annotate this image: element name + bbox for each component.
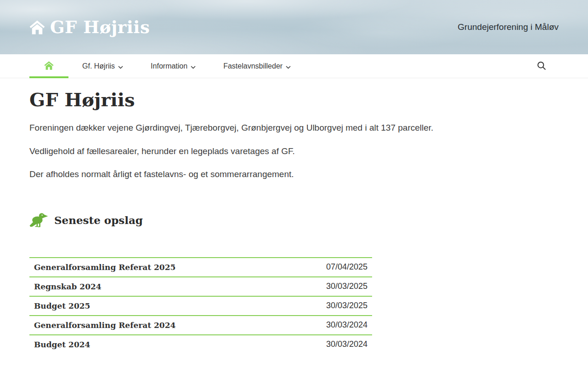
site-tagline: Grundejerforening i Måløv [458,22,559,32]
chevron-down-icon [118,63,123,71]
crow-icon [29,212,48,228]
post-date: 30/03/2025 [326,282,372,291]
post-title: Regnskab 2024 [29,282,102,291]
post-date: 30/03/2024 [326,339,372,349]
nav-item-label: Information [151,62,187,70]
post-row[interactable]: Generalforsamling Referat 2024 30/03/202… [29,315,372,334]
post-title: Generalforsamling Referat 2024 [29,321,175,330]
intro-paragraph: Foreningen dækker vejene Gjørdingvej, Tj… [29,121,559,134]
post-date: 30/03/2025 [326,301,372,310]
house-icon [44,61,54,72]
nav-item-home[interactable] [29,54,68,78]
house-icon [29,20,45,34]
chevron-down-icon [286,63,291,71]
page-title: GF Højriis [29,89,559,110]
search-button[interactable] [531,54,552,78]
main-content: GF Højriis Foreningen dækker vejene Gjør… [0,89,588,354]
nav-item-label: Fastelavnsbilleder [223,62,283,70]
post-date: 30/03/2024 [326,320,372,330]
post-row[interactable]: Budget 2024 30/03/2024 [29,334,372,354]
post-row[interactable]: Budget 2025 30/03/2025 [29,296,372,315]
latest-posts-table: Generalforsamling Referat 2025 07/04/202… [29,257,372,354]
nav-item-label: Gf. Højriis [82,62,115,70]
intro-paragraph: Der afholdes normalt årligt et fastelavn… [29,168,559,181]
post-title: Budget 2024 [29,340,90,349]
chevron-down-icon [191,63,196,71]
nav-item-gf-hojriis[interactable]: Gf. Højriis [68,54,137,78]
post-date: 07/04/2025 [326,262,372,272]
post-title: Budget 2025 [29,301,90,310]
post-row[interactable]: Regnskab 2024 30/03/2025 [29,276,372,296]
site-title: GF Højriis [50,17,150,37]
search-icon [537,61,547,72]
latest-posts-heading: Seneste opslag [29,212,559,228]
intro-paragraph: Vedligehold af fællesarealer, herunder e… [29,145,559,158]
post-title: Generalforsamling Referat 2025 [29,263,175,272]
post-row[interactable]: Generalforsamling Referat 2025 07/04/202… [29,257,372,276]
nav-item-fastelavnsbilleder[interactable]: Fastelavnsbilleder [209,54,305,78]
main-navigation: Gf. Højriis Information Fastelavnsbilled… [0,54,588,78]
intro-text: Foreningen dækker vejene Gjørdingvej, Tj… [29,121,559,181]
latest-posts-title: Seneste opslag [54,214,143,226]
nav-item-information[interactable]: Information [137,54,209,78]
site-logo[interactable]: GF Højriis [29,17,150,37]
site-header: GF Højriis Grundejerforening i Måløv [0,0,588,54]
